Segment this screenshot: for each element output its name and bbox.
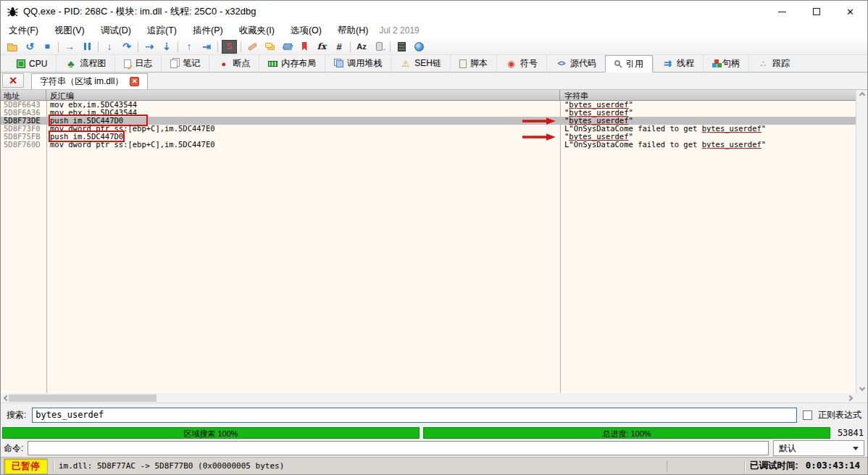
bookmarks-button[interactable] — [296, 39, 313, 54]
menu-item[interactable]: 收藏夹(I) — [231, 22, 283, 38]
search-input[interactable] — [32, 408, 797, 423]
memory-map-icon — [268, 61, 277, 67]
table-row[interactable]: 5D8F73F0 mov dword ptr ss:[ebp+C],im.5DC… — [1, 125, 856, 133]
tab-flowchart[interactable]: 流程图 — [56, 55, 114, 72]
tab-handles[interactable]: 句柄 — [703, 55, 748, 72]
menu-item[interactable]: 选项(O) — [283, 22, 330, 38]
x32dbg-window: QQ.exe - PID: 268C - 模块: im.dll - 线程: 25… — [0, 0, 868, 475]
functions-button[interactable]: fx — [313, 39, 330, 54]
step-into-button[interactable]: ↓ — [101, 39, 118, 54]
threads-icon — [662, 59, 673, 69]
run-button[interactable]: → — [61, 39, 78, 54]
toolbar-separator — [241, 41, 241, 52]
profile-dropdown[interactable]: 默认 — [773, 440, 864, 456]
handles-icon — [714, 59, 719, 64]
menu-item[interactable]: 帮助(H) — [330, 22, 376, 38]
tab-threads[interactable]: 线程 — [653, 55, 703, 72]
horizontal-scroll-thumb[interactable] — [9, 395, 157, 402]
command-input[interactable] — [28, 441, 769, 455]
disasm-cell[interactable]: mov dword ptr ss:[ebp+C],im.5DC447E0 — [46, 141, 560, 149]
bandaid-icon — [247, 42, 257, 51]
calculator-icon — [398, 42, 406, 51]
menu-item[interactable]: 视图(V) — [46, 22, 93, 38]
labels-button[interactable] — [278, 39, 296, 54]
animate-button[interactable]: S — [222, 40, 237, 54]
profile-value: 默认 — [779, 442, 796, 455]
tab-trace[interactable]: 跟踪 — [748, 55, 798, 72]
patches-button[interactable] — [243, 39, 261, 54]
references-table: 地址 反汇编 字符串 5D8F6643 mov ebx,im.5DC43544 … — [1, 90, 867, 393]
address-cell[interactable]: 5D8F760D — [1, 141, 46, 149]
restart-button[interactable]: ↺ — [21, 39, 38, 54]
regex-label[interactable]: 正则表达式 — [818, 409, 861, 421]
calculator-button[interactable] — [393, 39, 410, 54]
scroll-down-icon[interactable] — [859, 385, 864, 391]
tab-seh-chain[interactable]: SEH链 — [391, 55, 450, 72]
trace-into-button[interactable]: ⇣ — [158, 39, 175, 54]
tab-references[interactable]: 引用 — [605, 55, 653, 73]
window-title: QQ.exe - PID: 268C - 模块: im.dll - 线程: 25… — [23, 5, 256, 18]
column-header-disassembly[interactable]: 反汇编 — [46, 90, 560, 100]
comments-button[interactable] — [261, 39, 278, 54]
execute-till-return-button[interactable]: ↑ — [180, 39, 198, 54]
menu-item[interactable]: 文件(F) — [1, 22, 46, 38]
tab-log[interactable]: 日志 — [114, 55, 161, 72]
menu-bar: 文件(F)视图(V)调试(D)追踪(T)插件(P)收藏夹(I)选项(O)帮助(H… — [1, 22, 867, 38]
tab-source[interactable]: 源代码 — [546, 55, 605, 72]
close-all-icon: ✕ — [9, 75, 17, 86]
device-arrow-icon — [376, 42, 383, 51]
tab-memory-map[interactable]: 内存布局 — [259, 55, 325, 72]
seh-chain-icon — [400, 59, 411, 69]
close-all-tabs-button[interactable]: ✕ — [2, 73, 24, 88]
pause-button[interactable] — [78, 39, 96, 54]
status-bar: 已暂停 im.dll: 5D8F77AC -> 5D8F77B0 (0x0000… — [1, 457, 867, 474]
close-button[interactable]: ✕ — [833, 1, 867, 22]
chevron-down-icon — [853, 447, 859, 450]
status-divider — [744, 460, 745, 472]
tab-script[interactable]: 脚本 — [450, 55, 496, 72]
step-over-button[interactable]: ↷ — [118, 39, 135, 54]
open-file-button[interactable] — [4, 39, 21, 54]
tab-breakpoint[interactable]: 断点 — [209, 55, 259, 72]
tab-call-stack[interactable]: 调用堆栈 — [325, 55, 391, 72]
disasm-cell[interactable]: mov dword ptr ss:[ebp+C],im.5DC447E0 — [46, 125, 560, 133]
status-empty-segment — [667, 460, 739, 472]
preferences-button[interactable]: Az — [353, 39, 370, 54]
speech-bubble-icon — [265, 43, 272, 48]
table-row[interactable]: 5D8F760D mov dword ptr ss:[ebp+C],im.5DC… — [1, 141, 856, 149]
toolbar-separator — [58, 41, 59, 52]
menu-item[interactable]: 调试(D) — [93, 22, 139, 38]
minimize-button[interactable] — [765, 1, 799, 22]
toolbar-separator — [350, 41, 351, 52]
tab-notes[interactable]: 笔记 — [161, 55, 209, 72]
search-row: 搜索: 正则表达式 — [1, 403, 867, 426]
tab-strings-region[interactable]: 字符串（区域 im.dll） — [31, 73, 148, 89]
close-debuggee-button[interactable]: ■ — [38, 39, 56, 54]
scroll-up-icon[interactable] — [859, 92, 864, 98]
update-button[interactable] — [410, 39, 427, 54]
column-header-string[interactable]: 字符串 — [560, 90, 856, 100]
hash-button[interactable]: # — [330, 39, 348, 54]
horizontal-scrollbar[interactable] — [1, 393, 867, 403]
run-until-user-button[interactable]: ⇥ — [198, 39, 215, 54]
toolbar: ↺■→↓↷⇢⇣↑⇥Sfx#Az — [1, 38, 867, 55]
string-link[interactable]: bytes_userdef — [702, 140, 761, 149]
tab-symbols[interactable]: 符号 — [496, 55, 546, 72]
letter-s-icon: S — [226, 42, 232, 51]
menu-item[interactable]: 插件(P) — [185, 22, 231, 38]
toolbar-separator — [178, 41, 178, 52]
menu-item[interactable]: 追踪(T) — [139, 22, 185, 38]
string-link[interactable]: bytes_userdef — [702, 124, 761, 133]
vertical-scrollbar[interactable] — [856, 90, 867, 393]
string-cell[interactable]: L"OnSysDataCome failed to get bytes_user… — [560, 141, 856, 149]
column-header-address[interactable]: 地址 — [1, 90, 46, 100]
maximize-button[interactable] — [799, 1, 833, 22]
attach-button[interactable] — [370, 39, 388, 54]
ribbon-icon — [302, 42, 307, 51]
tab-close-icon[interactable] — [130, 77, 139, 86]
scroll-right-icon[interactable] — [847, 395, 853, 401]
tab-cpu[interactable]: CPU — [8, 55, 56, 72]
regex-checkbox[interactable] — [803, 410, 812, 420]
run-to-user-code-button[interactable]: ⇢ — [141, 39, 158, 54]
red-arrow-icon — [522, 133, 556, 141]
